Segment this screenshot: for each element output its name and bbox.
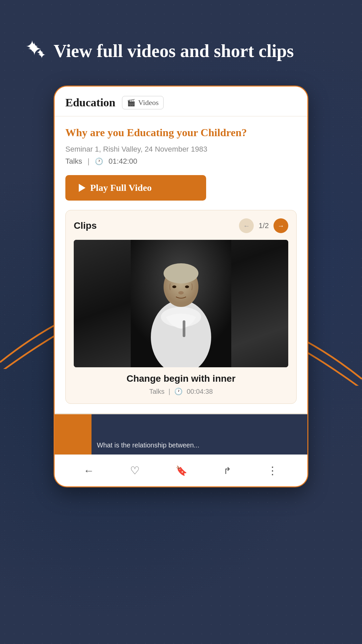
preview-dark-box: What is the relationship between... bbox=[92, 414, 307, 454]
more-icon: ⋮ bbox=[267, 465, 279, 477]
video-type-row: Talks | 🕐 01:42:00 bbox=[65, 157, 297, 166]
clips-label: Clips bbox=[74, 220, 97, 231]
bottom-nav: ← ♡ 🔖 ↰ ⋮ bbox=[55, 454, 307, 486]
clips-next-button[interactable]: → bbox=[274, 218, 288, 233]
back-button[interactable]: ← bbox=[81, 462, 97, 480]
clips-header: Clips ← 1/2 → bbox=[74, 218, 288, 233]
bookmark-icon: 🔖 bbox=[176, 466, 187, 476]
clips-section: Clips ← 1/2 → bbox=[65, 210, 297, 404]
svg-point-5 bbox=[172, 285, 176, 288]
section-title: Education bbox=[65, 96, 115, 109]
play-full-video-button[interactable]: Play Full Video bbox=[65, 175, 206, 201]
clip-clock-icon: 🕐 bbox=[174, 387, 183, 395]
app-header: Education 🎬 Videos bbox=[55, 87, 307, 116]
play-triangle-icon bbox=[79, 184, 85, 192]
clip-pipe-divider: | bbox=[169, 388, 170, 395]
clip-thumbnail[interactable] bbox=[74, 240, 288, 367]
video-meta: Seminar 1, Rishi Valley, 24 November 198… bbox=[65, 145, 297, 154]
page-title: View full videos and short clips bbox=[54, 40, 294, 62]
clip-type: Talks bbox=[149, 388, 165, 395]
back-icon: ← bbox=[83, 465, 94, 477]
thumbnail-bg bbox=[74, 240, 288, 367]
preview-text: What is the relationship between... bbox=[97, 441, 199, 449]
video-title: Why are you Educating your Children? bbox=[65, 126, 297, 140]
svg-point-7 bbox=[178, 291, 184, 294]
person-silhouette bbox=[74, 240, 288, 367]
heart-icon: ♡ bbox=[130, 465, 140, 477]
play-button-label: Play Full Video bbox=[90, 182, 152, 193]
bookmark-button[interactable]: 🔖 bbox=[173, 462, 190, 479]
pipe-divider: | bbox=[87, 157, 89, 166]
clip-duration: 00:04:38 bbox=[187, 388, 213, 395]
share-button[interactable]: ↰ bbox=[221, 462, 234, 479]
videos-badge[interactable]: 🎬 Videos bbox=[122, 96, 164, 109]
video-type: Talks bbox=[65, 157, 82, 166]
device-frame: Education 🎬 Videos Why are you Educating… bbox=[54, 86, 308, 488]
clips-nav: ← 1/2 → bbox=[239, 218, 288, 233]
svg-rect-8 bbox=[183, 320, 185, 337]
heart-button[interactable]: ♡ bbox=[127, 462, 142, 480]
sparkle-icon: ✦ ✦ bbox=[27, 40, 47, 60]
more-button[interactable]: ⋮ bbox=[264, 462, 281, 480]
content-area: Why are you Educating your Children? Sem… bbox=[55, 116, 307, 414]
videos-badge-label: Videos bbox=[138, 98, 159, 107]
bottom-preview[interactable]: What is the relationship between... bbox=[55, 414, 307, 454]
videos-badge-icon: 🎬 bbox=[127, 99, 135, 107]
clip-meta: Talks | 🕐 00:04:38 bbox=[74, 387, 288, 395]
preview-orange-box bbox=[55, 414, 92, 454]
clock-icon: 🕐 bbox=[95, 157, 103, 165]
video-duration: 01:42:00 bbox=[109, 157, 137, 166]
clips-prev-button[interactable]: ← bbox=[239, 218, 254, 233]
clip-title: Change begin with inner bbox=[74, 373, 288, 384]
section-divider bbox=[55, 413, 307, 414]
svg-point-4 bbox=[164, 263, 198, 283]
clips-count: 1/2 bbox=[258, 221, 269, 230]
svg-point-6 bbox=[185, 285, 189, 288]
header-section: ✦ ✦ View full videos and short clips bbox=[0, 0, 362, 75]
share-icon: ↰ bbox=[224, 465, 231, 476]
